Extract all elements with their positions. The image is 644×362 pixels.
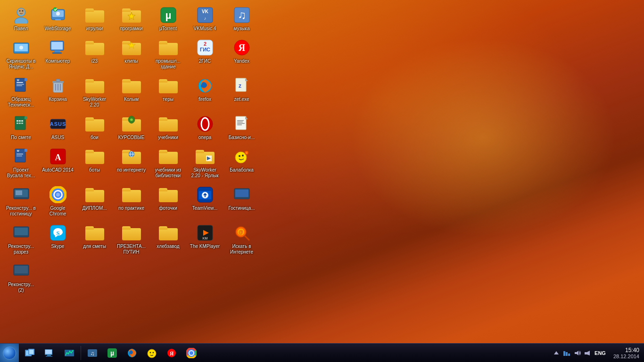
svg-point-130 xyxy=(153,352,154,353)
icon-fotochki[interactable]: фоточки xyxy=(150,183,186,219)
icon-klipy[interactable]: клипы xyxy=(114,36,149,72)
svg-text:@: @ xyxy=(239,230,243,235)
svg-text:A: A xyxy=(55,153,61,162)
icon-posmete[interactable]: По смете xyxy=(3,112,39,143)
taskbar-network-btn[interactable] xyxy=(60,345,79,362)
svg-rect-112 xyxy=(15,266,28,273)
icon-popraktike[interactable]: по практике xyxy=(114,183,149,219)
icon-obrazec[interactable]: W Образец Техническ... xyxy=(3,74,39,110)
icon-kolym[interactable]: Колым xyxy=(114,74,149,110)
icon-gostinica[interactable]: Гостиница... xyxy=(224,183,259,219)
icon-muzyka[interactable]: ♫ музыка xyxy=(224,3,259,34)
svg-text:ГИС: ГИС xyxy=(199,47,210,52)
start-button[interactable] xyxy=(0,344,19,362)
svg-rect-54 xyxy=(19,123,21,124)
icon-po-internetu[interactable]: по интернету xyxy=(114,145,149,181)
icon-proekt[interactable]: W Проект Вусала тех... xyxy=(3,145,39,181)
taskbar-pinned-area: ♫ µ xyxy=(19,344,202,362)
svg-marker-140 xyxy=(575,351,578,355)
icon-presenta[interactable]: ПРЕЗЕНТА... ПУТИН xyxy=(114,221,149,257)
icon-yandex[interactable]: Я Yandex xyxy=(224,36,259,72)
svg-rect-101 xyxy=(15,228,28,235)
icon-zetexe[interactable]: z zet.exe xyxy=(224,74,259,110)
icon-rekonstr2[interactable]: Реконстру... разрез xyxy=(3,221,39,257)
icon-chrome[interactable]: Google Chrome xyxy=(40,183,75,219)
taskbar-torrent-btn[interactable]: µ xyxy=(103,345,122,362)
icon-utorrent[interactable]: µ µTorrent xyxy=(150,3,186,34)
icon-autocad[interactable]: A AutoCAD 2014 xyxy=(40,145,75,181)
icon-boty[interactable]: боты xyxy=(77,145,112,181)
svg-rect-139 xyxy=(568,354,570,356)
svg-point-129 xyxy=(150,352,151,353)
icon-teamviewer[interactable]: TeamView... xyxy=(187,183,223,219)
svg-marker-23 xyxy=(128,42,135,49)
icon-bazisno[interactable]: Базисно-и... xyxy=(224,112,259,143)
svg-rect-51 xyxy=(19,120,21,122)
svg-text:µ: µ xyxy=(110,349,114,357)
icon-pavel[interactable]: Павел xyxy=(3,3,39,34)
taskbar-chrome-btn[interactable] xyxy=(182,345,201,362)
taskbar-yandex-btn[interactable]: Я xyxy=(162,345,181,362)
icon-2gis[interactable]: 2 ГИС 2ГИС xyxy=(187,36,223,72)
svg-rect-20 xyxy=(51,42,63,49)
icon-uchebniki2[interactable]: учебники из библиотеки xyxy=(150,145,186,181)
svg-point-3 xyxy=(19,10,20,12)
desktop: Павел WebStorage игрулки xyxy=(0,0,644,362)
tray-speaker-icon[interactable] xyxy=(583,349,592,357)
icon-iskat[interactable]: @ Искать в Интернете xyxy=(224,221,259,257)
icon-skyworker[interactable]: SkyWorker 2.20 xyxy=(77,74,112,110)
taskbar-music-btn[interactable]: ♫ xyxy=(83,345,102,362)
icon-skyworker2[interactable]: SkyWorker 2.20 - Ярлык xyxy=(187,145,223,181)
icon-programki[interactable]: програмки xyxy=(114,3,149,34)
svg-point-7 xyxy=(56,12,60,16)
icon-hlebzavod[interactable]: хлебзавод xyxy=(150,221,186,257)
icon-balabolka[interactable]: ! Балаболка xyxy=(224,145,259,181)
taskbar-explorer-btn[interactable] xyxy=(20,345,39,362)
svg-text:KM: KM xyxy=(202,237,207,240)
icon-firefox[interactable]: firefox xyxy=(187,74,223,110)
icon-dlya-smety[interactable]: для сметы xyxy=(77,221,112,257)
icon-computer[interactable]: Компьютер xyxy=(40,36,75,72)
svg-marker-142 xyxy=(587,351,590,355)
svg-text:ASUS: ASUS xyxy=(50,121,66,127)
tray-network-icon[interactable] xyxy=(562,349,571,357)
icon-skype[interactable]: S Skype xyxy=(40,221,75,257)
icon-uchebniki[interactable]: учебники xyxy=(150,112,186,143)
tray-language-indicator[interactable]: ENG xyxy=(594,349,607,357)
icon-promyshl[interactable]: промышл... здание xyxy=(150,36,186,72)
svg-text:♪: ♪ xyxy=(204,16,206,21)
icon-diplom[interactable]: ДИПЛОМ... xyxy=(77,183,112,219)
svg-point-18 xyxy=(19,46,23,49)
icon-tery[interactable]: теры xyxy=(150,74,186,110)
svg-rect-118 xyxy=(45,350,52,354)
clock[interactable]: 15:40 28.12.2014 xyxy=(609,347,642,359)
svg-rect-72 xyxy=(17,156,22,156)
icon-asus[interactable]: ASUS ASUS xyxy=(40,112,75,143)
taskbar-balabol-btn[interactable] xyxy=(142,345,161,362)
icon-trash[interactable]: Корзина xyxy=(40,74,75,110)
icon-kmplayer[interactable]: KM The KMPlayer xyxy=(187,221,223,257)
svg-rect-52 xyxy=(21,120,23,122)
icon-boi[interactable]: бои xyxy=(77,112,112,143)
svg-rect-120 xyxy=(46,356,52,357)
svg-point-4 xyxy=(22,10,23,12)
icon-rekonstr1[interactable]: Реконстру... в гостиницу xyxy=(3,183,39,219)
taskbar-firefox-btn[interactable] xyxy=(123,345,141,362)
icon-opera[interactable]: опера xyxy=(187,112,223,143)
taskbar: ♫ µ xyxy=(0,343,644,362)
icon-webstorage[interactable]: WebStorage xyxy=(40,3,75,34)
taskbar-computer-btn[interactable] xyxy=(40,345,59,362)
svg-rect-31 xyxy=(25,78,27,81)
svg-text:S: S xyxy=(56,230,59,237)
svg-marker-136 xyxy=(554,351,559,354)
icon-screenshots[interactable]: Скриншоты в Яндекс.Д... xyxy=(3,36,39,72)
icon-igrulki[interactable]: игрулки xyxy=(77,3,112,34)
svg-text:W: W xyxy=(17,149,19,152)
icon-rekonstr3[interactable]: Реконстру... (2) xyxy=(3,259,39,296)
icon-i23[interactable]: i23 xyxy=(77,36,112,72)
tray-volume-icon[interactable] xyxy=(573,349,581,357)
icon-vkmusic[interactable]: VK ♪ VKMusic 4 xyxy=(187,3,223,34)
svg-point-81 xyxy=(242,155,244,156)
icon-kursovye[interactable]: КУРСОВЫЕ xyxy=(114,112,149,143)
tray-expand-btn[interactable] xyxy=(552,349,561,357)
